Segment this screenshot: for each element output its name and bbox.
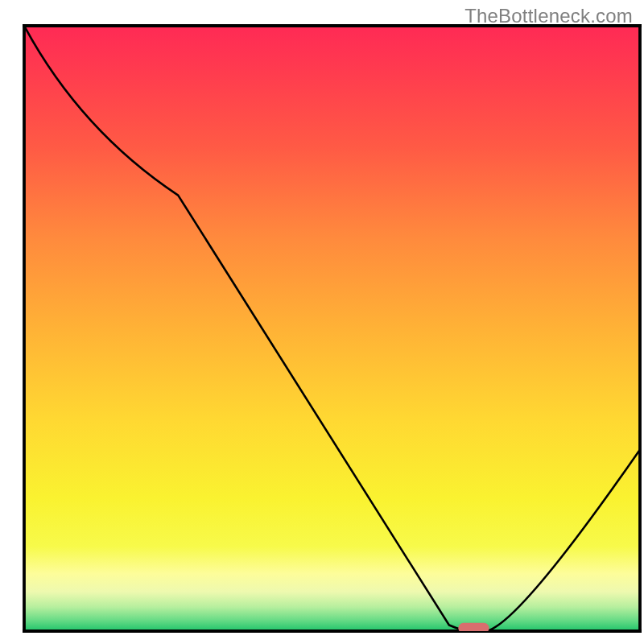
gradient-background bbox=[24, 26, 640, 631]
watermark-text: TheBottleneck.com bbox=[464, 5, 633, 27]
bottleneck-chart bbox=[0, 0, 644, 644]
chart-container: TheBottleneck.com bbox=[0, 0, 644, 644]
